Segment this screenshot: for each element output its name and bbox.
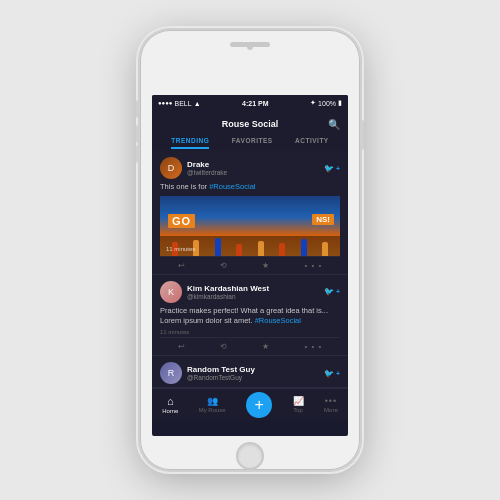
go-banner: GO <box>168 214 195 228</box>
tweet-handle-kim: @kimkardashian <box>187 293 324 300</box>
wifi-icon: ▲ <box>194 100 201 107</box>
more-icon-1[interactable]: • • • <box>304 261 322 270</box>
reply-icon-1[interactable]: ↩ <box>178 261 185 270</box>
tab-activity[interactable]: ACTIVITY <box>295 137 329 149</box>
twitter-badge-1: 🐦 + <box>324 164 340 173</box>
tweet-handle-random: @RandomTestGuy <box>187 374 324 381</box>
battery-label: 100% <box>318 100 336 107</box>
add-now-button[interactable]: + <box>246 392 272 418</box>
like-icon-2[interactable]: ★ <box>262 342 269 351</box>
follow-button-3[interactable]: + <box>336 370 340 377</box>
phone-top-area <box>140 30 360 55</box>
follow-button-2[interactable]: + <box>336 288 340 295</box>
tweet-card-2: K Kim Kardashian West @kimkardashian 🐦 +… <box>152 275 348 357</box>
twitter-badge-3: 🐦 + <box>324 369 340 378</box>
retweet-icon-2[interactable]: ⟲ <box>220 342 227 351</box>
signal-bars: ●●●● <box>158 100 173 106</box>
avatar-initials-kim: K <box>168 287 174 297</box>
tweet-name-drake: Drake <box>187 160 324 169</box>
avatar-initials: D <box>168 163 175 173</box>
status-bar: ●●●● BELL ▲ 4:21 PM ✦ 100% ▮ <box>152 95 348 111</box>
twitter-badge-2: 🐦 + <box>324 287 340 296</box>
tweet-header-3: R Random Test Guy @RandomTestGuy 🐦 + <box>160 362 340 384</box>
app-title: Rouse Social <box>222 119 279 129</box>
tweet-name-block-2: Kim Kardashian West @kimkardashian <box>187 284 324 300</box>
nav-home[interactable]: ⌂ Home <box>162 395 178 414</box>
carrier-label: BELL <box>175 100 192 107</box>
bluetooth-icon: ✦ <box>310 99 316 107</box>
tweet-text-1: This one is for #RouseSocial <box>160 182 340 192</box>
nav-top[interactable]: 📈 Top <box>293 396 304 413</box>
home-label: Home <box>162 408 178 414</box>
hashtag-2[interactable]: #RouseSocial <box>255 316 301 325</box>
title-row: Rouse Social 🔍 <box>160 115 340 133</box>
avatar-initials-random: R <box>168 368 175 378</box>
tweet-actions-2: ↩ ⟲ ★ • • • <box>160 337 340 355</box>
tweet-time-2: 11 minutes <box>160 329 340 335</box>
follow-button-1[interactable]: + <box>336 165 340 172</box>
tweet-header-2: K Kim Kardashian West @kimkardashian 🐦 + <box>160 281 340 303</box>
twitter-bird-icon-2: 🐦 <box>324 287 334 296</box>
nav-add-now[interactable]: + <box>246 392 272 418</box>
tweet-name-block-1: Drake @twitterdrake <box>187 160 324 176</box>
tweet-text-2: Practice makes perfect! What a great ide… <box>160 306 340 326</box>
more-icon-2[interactable]: • • • <box>304 342 322 351</box>
top-icon: 📈 <box>293 396 304 406</box>
nav-tabs: TRENDING FAVORITES ACTIVITY <box>160 133 340 151</box>
app-header: Rouse Social 🔍 TRENDING FAVORITES ACTIVI… <box>152 111 348 151</box>
retweet-icon-1[interactable]: ⟲ <box>220 261 227 270</box>
tweet-header-1: D Drake @twitterdrake 🐦 + <box>160 157 340 179</box>
more-icon: ••• <box>325 396 337 406</box>
tweet-card-3: R Random Test Guy @RandomTestGuy 🐦 + <box>152 356 348 388</box>
more-label: More <box>324 407 338 413</box>
tab-trending[interactable]: TRENDING <box>171 137 209 149</box>
twitter-bird-icon-3: 🐦 <box>324 369 334 378</box>
top-label: Top <box>293 407 303 413</box>
tweet-card-1: D Drake @twitterdrake 🐦 + This one is fo… <box>152 151 348 275</box>
my-rouse-icon: 👥 <box>207 396 218 406</box>
battery-icon: ▮ <box>338 99 342 107</box>
avatar-drake: D <box>160 157 182 179</box>
twitter-bird-icon-1: 🐦 <box>324 164 334 173</box>
image-timestamp: 11 minutes <box>166 246 195 252</box>
bottom-nav: ⌂ Home 👥 My Rouse + 📈 Top ••• More <box>152 388 348 420</box>
tweet-image-1: GO NS! <box>160 196 340 256</box>
phone-frame: ●●●● BELL ▲ 4:21 PM ✦ 100% ▮ Rouse Socia… <box>140 30 360 470</box>
status-right: ✦ 100% ▮ <box>310 99 342 107</box>
gons-banner: NS! <box>312 214 334 225</box>
reply-icon-2[interactable]: ↩ <box>178 342 185 351</box>
tweet-handle-drake: @twitterdrake <box>187 169 324 176</box>
tab-favorites[interactable]: FAVORITES <box>232 137 273 149</box>
phone-screen: ●●●● BELL ▲ 4:21 PM ✦ 100% ▮ Rouse Socia… <box>152 95 348 436</box>
camera <box>247 44 253 50</box>
home-button[interactable] <box>236 442 264 470</box>
tweet-name-block-3: Random Test Guy @RandomTestGuy <box>187 365 324 381</box>
search-icon[interactable]: 🔍 <box>328 119 340 130</box>
avatar-kim: K <box>160 281 182 303</box>
tweet-actions-1: ↩ ⟲ ★ • • • <box>160 256 340 274</box>
like-icon-1[interactable]: ★ <box>262 261 269 270</box>
tweet-name-random: Random Test Guy <box>187 365 324 374</box>
status-time: 4:21 PM <box>242 100 268 107</box>
status-left: ●●●● BELL ▲ <box>158 100 201 107</box>
my-rouse-label: My Rouse <box>199 407 226 413</box>
tweet-feed: D Drake @twitterdrake 🐦 + This one is fo… <box>152 151 348 388</box>
home-icon: ⌂ <box>167 395 174 407</box>
tweet-name-kim: Kim Kardashian West <box>187 284 324 293</box>
hashtag-1[interactable]: #RouseSocial <box>209 182 255 191</box>
nav-more[interactable]: ••• More <box>324 396 338 413</box>
add-icon: + <box>254 396 263 414</box>
avatar-random: R <box>160 362 182 384</box>
nav-my-rouse[interactable]: 👥 My Rouse <box>199 396 226 413</box>
